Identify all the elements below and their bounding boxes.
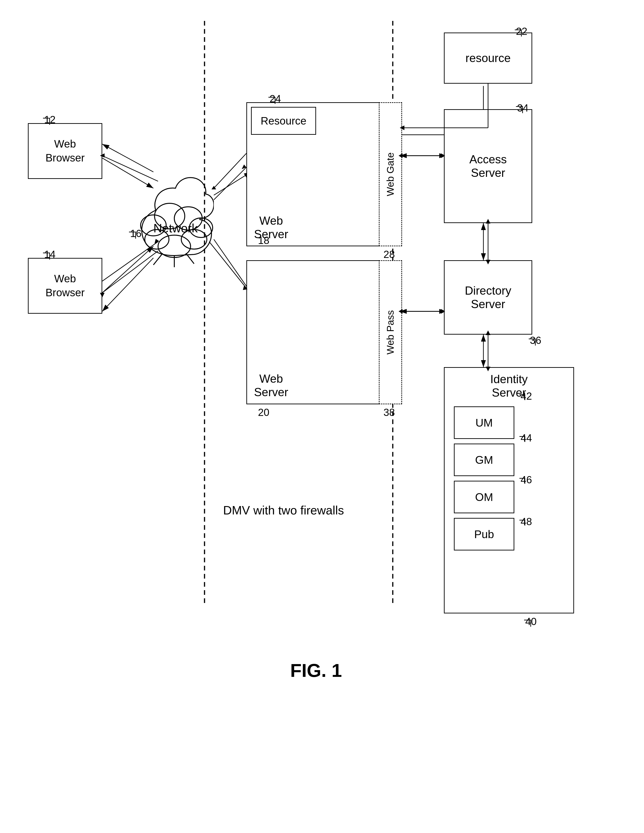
resource-top-label: resource (465, 51, 511, 65)
fig-label: FIG. 1 (223, 660, 409, 681)
gm-box: GM (454, 444, 514, 476)
svg-line-9 (214, 239, 251, 293)
svg-marker-31 (242, 164, 246, 169)
web-pass-num: 38 (383, 407, 395, 418)
svg-line-32 (214, 153, 246, 188)
diagram: Web Browser 12 Web Browser 14 Network 16 (14, 14, 630, 804)
web-server-bottom-box: Web Server (246, 260, 386, 404)
om-label: OM (475, 491, 493, 503)
svg-line-8 (214, 172, 251, 195)
identity-server-outer-box: Identity Server UM GM OM Pub (444, 367, 574, 613)
resource-top-box: resource (444, 32, 532, 84)
svg-line-30 (214, 167, 246, 200)
um-box: UM (454, 406, 514, 439)
directory-server-label: Directory Server (465, 284, 511, 311)
access-server-label: Access Server (469, 153, 507, 180)
web-browser-2-box: Web Browser (28, 258, 102, 314)
svg-text:Network: Network (153, 222, 198, 235)
dmz-label: DMV with two firewalls (223, 502, 344, 519)
resource-inner-box: Resource (251, 107, 316, 135)
web-gate-label: Web Gate (385, 153, 396, 196)
pub-box: Pub (454, 518, 514, 550)
svg-line-52 (209, 242, 246, 288)
web-server-bottom-num: 20 (258, 407, 269, 418)
om-box: OM (454, 481, 514, 513)
web-server-bottom-label: Web Server (254, 372, 288, 399)
web-pass-label: Web Pass (385, 310, 396, 355)
gm-label: GM (475, 453, 493, 466)
resource-inner-label: Resource (261, 114, 306, 127)
svg-line-23 (153, 253, 163, 265)
web-browser-1-box: Web Browser (28, 123, 102, 179)
network-cloud: Network (135, 153, 214, 270)
web-pass-box: Web Pass (379, 260, 402, 404)
web-browser-1-label: Web Browser (45, 137, 85, 165)
web-gate-num: 28 (383, 249, 395, 260)
web-browser-2-label: Web Browser (45, 272, 85, 300)
um-label: UM (475, 416, 493, 429)
pub-label: Pub (474, 528, 494, 541)
web-server-top-num: 18 (258, 235, 269, 246)
directory-server-box: Directory Server (444, 260, 532, 334)
web-gate-box: Web Gate (379, 102, 402, 246)
access-server-box: Access Server (444, 109, 532, 223)
